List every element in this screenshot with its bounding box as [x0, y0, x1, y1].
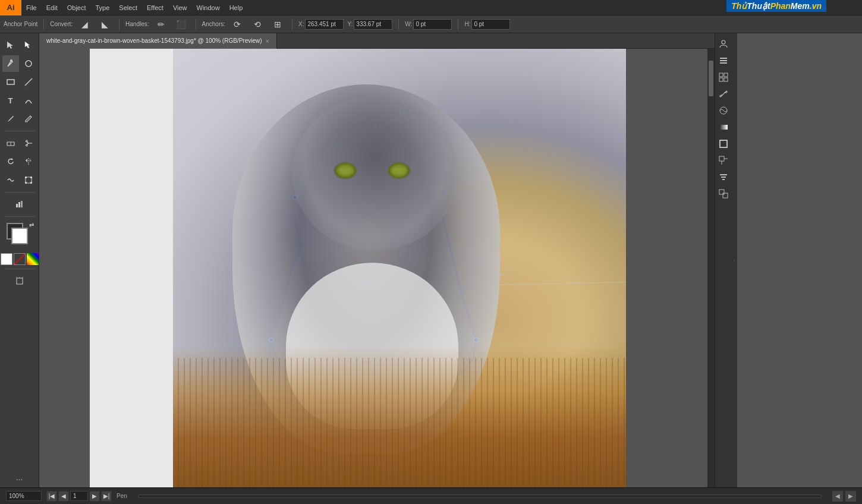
- profile-icon-btn[interactable]: [716, 37, 731, 51]
- svg-point-2: [10, 59, 12, 62]
- nav-first-btn[interactable]: |◀: [46, 491, 57, 502]
- links-icon-btn[interactable]: [716, 87, 731, 101]
- align-icon-btn[interactable]: [716, 170, 731, 184]
- eraser-tool[interactable]: [2, 135, 19, 152]
- nav-prev-btn[interactable]: ◀: [58, 491, 69, 502]
- active-tab[interactable]: white-and-gray-cat-in-brown-woven-basket…: [39, 33, 277, 49]
- scissors-tool[interactable]: [20, 135, 37, 152]
- sep2: [119, 18, 119, 30]
- tool-sep-4: [5, 269, 34, 269]
- rotate-tool[interactable]: [2, 153, 19, 170]
- handles-btn-2[interactable]: ⬛: [173, 16, 190, 33]
- color-icon-btn[interactable]: [716, 103, 731, 118]
- pathfinder-icon-btn[interactable]: [716, 187, 731, 201]
- v-scrollbar-thumb[interactable]: [709, 61, 713, 96]
- v-scrollbar-track[interactable]: [707, 49, 715, 487]
- more-tools-btn[interactable]: ···: [16, 474, 23, 484]
- y-value[interactable]: 333.67 pt: [354, 19, 392, 30]
- canvas-left-strip: [90, 49, 173, 487]
- no-fill-btn[interactable]: [14, 253, 26, 265]
- paintbrush-tool[interactable]: [2, 111, 19, 127]
- page-input[interactable]: [70, 491, 88, 501]
- h-label: H:: [464, 21, 470, 27]
- app-logo: Ai: [0, 0, 21, 15]
- handles-btn-1[interactable]: ✏: [153, 16, 169, 33]
- sep3: [196, 18, 196, 30]
- statusbar: |◀ ◀ ▶ ▶| Pen ◀ ▶: [0, 487, 862, 504]
- tab-close-btn[interactable]: ×: [266, 37, 269, 45]
- layers-icon-btn[interactable]: [716, 53, 731, 68]
- svg-marker-0: [7, 42, 13, 49]
- h-value[interactable]: 0 pt: [471, 19, 510, 30]
- menu-edit[interactable]: Edit: [42, 0, 62, 15]
- artboards-icon-btn[interactable]: [716, 70, 731, 84]
- canvas-area: white-and-gray-cat-in-brown-woven-basket…: [39, 33, 715, 487]
- svg-line-5: [25, 78, 32, 86]
- direct-selection-tool[interactable]: [20, 37, 37, 53]
- anchors-btn-2[interactable]: ⟲: [249, 16, 266, 33]
- gradient-fill-btn[interactable]: [27, 253, 39, 265]
- y-label: Y:: [347, 21, 353, 27]
- svg-rect-21: [30, 182, 32, 184]
- x-value[interactable]: 263.451 pt: [305, 19, 344, 30]
- svg-rect-55: [719, 156, 724, 161]
- menu-object[interactable]: Object: [62, 0, 91, 15]
- selection-tool[interactable]: [2, 37, 19, 53]
- convert-btn-1[interactable]: ◢: [76, 16, 93, 33]
- panel-collapse-handle[interactable]: ‹: [731, 33, 737, 487]
- cat-eye-right: [387, 162, 411, 179]
- menu-help[interactable]: Help: [225, 0, 248, 15]
- svg-rect-61: [719, 190, 724, 194]
- nav-last-btn[interactable]: ▶|: [101, 491, 112, 502]
- nav-next-btn[interactable]: ▶: [89, 491, 100, 502]
- canvas-scroll-area[interactable]: [39, 49, 715, 487]
- anchors-btn-1[interactable]: ⟳: [229, 16, 246, 33]
- fill-box[interactable]: [11, 228, 28, 244]
- convert-btn-2[interactable]: ◣: [96, 16, 113, 33]
- pen-tool[interactable]: [2, 55, 19, 72]
- menu-window[interactable]: Window: [192, 0, 225, 15]
- width-tool[interactable]: [2, 172, 19, 188]
- w-coord: W: 0 pt: [405, 19, 452, 30]
- status-btn-2[interactable]: ▶: [845, 491, 856, 502]
- artboard-tool[interactable]: [11, 273, 28, 289]
- main-area: T: [0, 33, 862, 487]
- menu-file[interactable]: File: [21, 0, 42, 15]
- transform-icon-btn[interactable]: [716, 153, 731, 168]
- menu-effect[interactable]: Effect: [142, 0, 168, 15]
- shape-tools: [2, 74, 37, 90]
- swap-colors-icon[interactable]: ⇄: [29, 222, 34, 228]
- pencil-tool[interactable]: [20, 111, 37, 127]
- svg-line-51: [722, 92, 725, 96]
- reflect-tool[interactable]: [20, 153, 37, 170]
- toolbar-top: Anchor Point Convert: ◢ ◣ Handles: ✏ ⬛ A…: [0, 15, 862, 33]
- type-tool[interactable]: T: [2, 92, 19, 109]
- left-toolbar: T: [0, 33, 39, 487]
- svg-rect-4: [7, 80, 14, 84]
- w-value[interactable]: 0 pt: [413, 19, 452, 30]
- status-btn-1[interactable]: ◀: [832, 491, 843, 502]
- svg-rect-20: [25, 182, 27, 184]
- arc-tool[interactable]: [20, 92, 37, 109]
- free-transform-tool[interactable]: [20, 172, 37, 188]
- width-tools: [2, 172, 37, 188]
- column-graph-tool[interactable]: [11, 196, 28, 213]
- menu-select[interactable]: Select: [114, 0, 142, 15]
- tool-sep-2: [5, 192, 34, 193]
- line-tool[interactable]: [20, 74, 37, 90]
- gradient-icon-btn[interactable]: [716, 120, 731, 134]
- svg-rect-46: [720, 62, 727, 64]
- rectangle-tool[interactable]: [2, 74, 19, 90]
- menu-type[interactable]: Type: [91, 0, 115, 15]
- fill-color-btn[interactable]: [1, 253, 12, 265]
- blob-brush-tool[interactable]: [20, 55, 37, 72]
- zoom-input[interactable]: [6, 491, 42, 501]
- anchors-btn-3[interactable]: ⊞: [269, 16, 286, 33]
- menu-view[interactable]: View: [168, 0, 192, 15]
- stroke-icon-btn[interactable]: [716, 137, 731, 151]
- sep1: [43, 18, 44, 30]
- selection-tools: [2, 37, 37, 53]
- svg-rect-48: [724, 73, 728, 77]
- svg-rect-45: [720, 60, 727, 61]
- svg-rect-54: [720, 140, 727, 147]
